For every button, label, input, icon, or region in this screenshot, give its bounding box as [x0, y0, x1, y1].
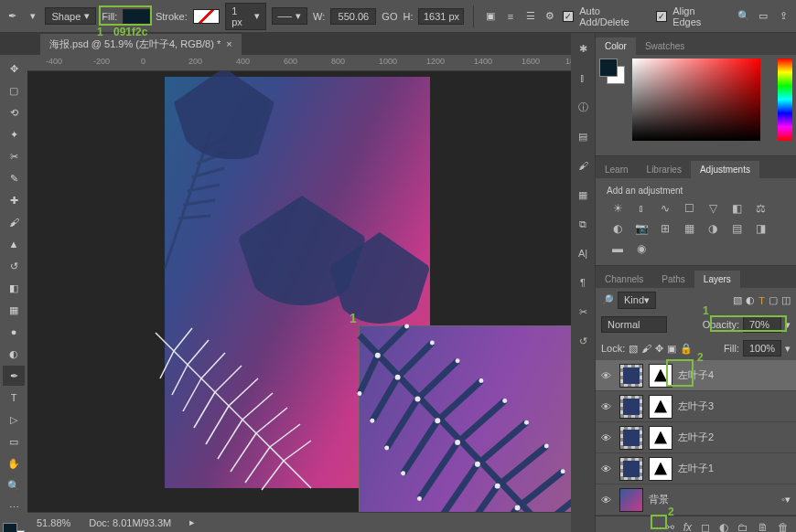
- layer-fx-icon[interactable]: fx: [683, 521, 692, 533]
- lock-transparency-icon[interactable]: ▧: [629, 343, 638, 355]
- shape-tool[interactable]: ▭: [3, 431, 25, 452]
- visibility-icon[interactable]: 👁: [601, 495, 614, 505]
- align-edges-checkbox[interactable]: ✓: [656, 11, 667, 22]
- layer-row[interactable]: 👁 左叶子1: [596, 453, 796, 484]
- brush-tool[interactable]: 🖌: [3, 212, 25, 232]
- brushes-icon[interactable]: ▦: [575, 186, 591, 203]
- layer-name[interactable]: 左叶子1: [678, 462, 791, 475]
- filter-type-icon[interactable]: T: [758, 295, 765, 306]
- channel-mixer-icon[interactable]: ⊞: [656, 221, 674, 236]
- tab-swatches[interactable]: Swatches: [636, 37, 694, 55]
- canvas[interactable]: 1: [27, 71, 571, 512]
- tab-channels[interactable]: Channels: [596, 271, 652, 288]
- threshold-icon[interactable]: ◨: [751, 221, 769, 236]
- character-icon[interactable]: A|: [575, 245, 591, 261]
- blend-mode-select[interactable]: Normal: [601, 316, 667, 333]
- tool-mode-select[interactable]: Shape▾: [45, 7, 96, 25]
- path-arrange-icon[interactable]: ☰: [523, 9, 538, 24]
- auto-add-checkbox[interactable]: ✓: [563, 11, 574, 22]
- color-lookup-icon[interactable]: ▦: [680, 221, 698, 236]
- visibility-icon[interactable]: 👁: [601, 432, 614, 443]
- history-brush-tool[interactable]: ↺: [3, 256, 25, 276]
- navigator-icon[interactable]: ✱: [575, 40, 591, 57]
- chevron-down-icon[interactable]: ▾: [26, 9, 40, 24]
- fill-opacity-input[interactable]: 100%: [743, 340, 781, 356]
- blur-tool[interactable]: ●: [3, 322, 25, 342]
- filter-image-icon[interactable]: ▧: [733, 294, 742, 306]
- stroke-style-select[interactable]: ──▾: [272, 7, 308, 25]
- layer-thumb[interactable]: [619, 426, 643, 450]
- pen-tool[interactable]: ✒: [3, 366, 25, 386]
- layer-mask-thumb[interactable]: [649, 364, 672, 388]
- add-mask-icon[interactable]: ◻: [701, 521, 710, 533]
- color-balance-icon[interactable]: ⚖: [751, 201, 769, 216]
- properties-icon[interactable]: ▤: [575, 128, 591, 144]
- layer-thumb[interactable]: [619, 457, 643, 481]
- invert-icon[interactable]: ◑: [704, 221, 722, 236]
- curves-icon[interactable]: ∿: [656, 201, 674, 216]
- filter-adjust-icon[interactable]: ◐: [746, 294, 755, 306]
- filter-shape-icon[interactable]: ▢: [769, 294, 778, 306]
- clone-source-icon[interactable]: ⧉: [575, 216, 591, 232]
- filter-smart-icon[interactable]: ◫: [781, 294, 791, 306]
- move-tool[interactable]: ✥: [3, 59, 25, 79]
- lock-position-icon[interactable]: ✥: [655, 343, 663, 355]
- search-icon[interactable]: 🔎: [601, 294, 614, 306]
- eyedropper-tool[interactable]: ✎: [3, 168, 25, 188]
- tab-paths[interactable]: Paths: [652, 271, 694, 288]
- close-icon[interactable]: ×: [226, 38, 231, 49]
- path-select-tool[interactable]: ▷: [3, 410, 25, 430]
- layer-thumb[interactable]: [619, 488, 643, 512]
- layer-mask-thumb[interactable]: [649, 426, 672, 450]
- tab-color[interactable]: Color: [596, 37, 636, 55]
- document-tab[interactable]: 海报.psd @ 51.9% (左叶子4, RGB/8) * ×: [40, 34, 242, 55]
- gradient-map-icon[interactable]: ▬: [608, 241, 627, 256]
- edit-toolbar[interactable]: ⋯: [3, 497, 25, 517]
- layer-name[interactable]: 左叶子3: [678, 399, 791, 413]
- layer-mask-thumb[interactable]: [649, 457, 672, 481]
- info-icon[interactable]: ⓘ: [575, 99, 591, 115]
- color-fgbg-swatch[interactable]: [599, 59, 625, 84]
- height-input[interactable]: 1631 px: [418, 8, 464, 25]
- exposure-icon[interactable]: ☐: [680, 201, 698, 216]
- new-adjustment-icon[interactable]: ◐: [719, 521, 728, 533]
- stroke-swatch[interactable]: [193, 9, 221, 24]
- visibility-icon[interactable]: 👁: [601, 463, 614, 474]
- share-icon[interactable]: ⇪: [776, 9, 791, 24]
- actions-icon[interactable]: ✂: [575, 303, 591, 320]
- layer-name[interactable]: 背景: [649, 493, 776, 506]
- new-layer-icon[interactable]: 🗎: [758, 521, 769, 533]
- layer-name[interactable]: 左叶子4: [678, 368, 791, 382]
- tab-adjustments[interactable]: Adjustments: [691, 161, 759, 178]
- hue-slider[interactable]: [778, 59, 792, 141]
- chevron-right-icon[interactable]: ▸: [189, 516, 195, 528]
- quick-select-tool[interactable]: ✦: [3, 124, 25, 144]
- visibility-icon[interactable]: 👁: [601, 370, 614, 381]
- link-wh-icon[interactable]: GO: [382, 11, 397, 22]
- path-edit-overlay[interactable]: [360, 326, 571, 512]
- lock-artboard-icon[interactable]: ▣: [667, 343, 676, 355]
- layer-thumb[interactable]: [619, 364, 643, 388]
- brightness-icon[interactable]: ☀: [608, 201, 627, 216]
- layer-mask-thumb[interactable]: [649, 395, 672, 419]
- lock-all-icon[interactable]: 🔒: [680, 343, 693, 355]
- photo-filter-icon[interactable]: 📷: [632, 221, 651, 236]
- zoom-level[interactable]: 51.88%: [37, 517, 70, 528]
- tab-layers[interactable]: Layers: [694, 271, 740, 288]
- layer-filter-select[interactable]: Kind▾: [618, 292, 656, 309]
- levels-icon[interactable]: ⫾: [632, 201, 651, 216]
- hue-icon[interactable]: ◧: [727, 201, 746, 216]
- color-field[interactable]: [632, 59, 760, 141]
- path-align-icon[interactable]: ≡: [503, 9, 518, 24]
- stamp-tool[interactable]: ▲: [3, 234, 25, 254]
- layer-row[interactable]: 👁 左叶子3: [596, 391, 796, 422]
- history-icon[interactable]: ↺: [575, 333, 591, 349]
- lock-paint-icon[interactable]: 🖌: [641, 343, 651, 354]
- eraser-tool[interactable]: ◧: [3, 278, 25, 298]
- fill-swatch[interactable]: [123, 9, 150, 24]
- gradient-tool[interactable]: ▦: [3, 300, 25, 320]
- vibrance-icon[interactable]: ▽: [704, 201, 722, 216]
- hand-tool[interactable]: ✋: [3, 453, 25, 473]
- marquee-tool[interactable]: ▢: [3, 80, 25, 101]
- crop-tool[interactable]: ✂: [3, 146, 25, 166]
